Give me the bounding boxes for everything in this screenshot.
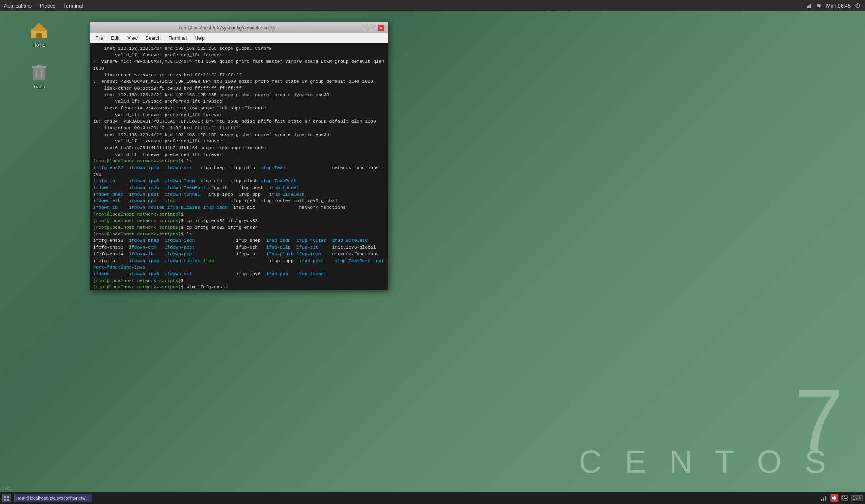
menu-applications[interactable]: Applications	[4, 3, 32, 9]
terminal-output: inet 192.168.122.1/24 brd 192.168.122.25…	[93, 45, 384, 290]
svg-rect-22	[825, 496, 826, 501]
taskbar-right: 1 / 4	[820, 494, 863, 502]
svg-rect-26	[844, 496, 845, 497]
taskbar-network-icon[interactable]	[820, 494, 828, 502]
top-menubar: Applications Places Terminal Mon 06:45	[0, 0, 865, 11]
taskbar-pager[interactable]: 1 / 4	[851, 495, 863, 501]
trash-icon[interactable]: Trash	[23, 62, 55, 90]
power-icon[interactable]	[855, 2, 861, 9]
svg-rect-17	[7, 496, 9, 498]
volume-icon[interactable]	[816, 2, 822, 9]
terminal-menubar: File Edit View Search Terminal Help	[90, 33, 388, 43]
home-icon-image	[29, 20, 49, 41]
svg-marker-3	[817, 3, 820, 8]
svg-rect-20	[821, 499, 822, 501]
svg-rect-30	[846, 498, 847, 499]
close-button[interactable]: ✕	[378, 25, 384, 31]
centos-text-watermark: C E N T O S	[579, 444, 833, 480]
trash-label: Trash	[33, 84, 45, 90]
svg-rect-8	[36, 33, 42, 38]
minimize-button[interactable]: −	[362, 25, 368, 31]
home-label: Home	[33, 42, 45, 48]
svg-rect-28	[842, 498, 843, 499]
svg-rect-21	[823, 498, 824, 501]
menu-edit[interactable]: Edit	[108, 35, 123, 42]
trash-icon-image	[29, 62, 49, 82]
svg-marker-7	[30, 23, 48, 31]
svg-rect-1	[808, 5, 810, 8]
svg-rect-15	[37, 65, 41, 67]
topbar-menus: Applications Places Terminal	[4, 3, 83, 9]
taskbar-bottom-label: 1+G,	[2, 487, 12, 491]
taskbar-terminal-item[interactable]: root@localhost:/etc/sysconfig/netw...	[14, 494, 92, 502]
topbar-right: Mon 06:45	[806, 2, 861, 9]
terminal-titlebar[interactable]: root@localhost:/etc/sysconfig/network-sc…	[90, 22, 388, 33]
taskbar: root@localhost:/etc/sysconfig/netw... 1 …	[0, 492, 865, 504]
svg-rect-29	[844, 498, 846, 499]
window-controls: − □ ✕	[361, 25, 384, 31]
menu-view[interactable]: View	[124, 35, 141, 42]
svg-rect-16	[4, 496, 6, 498]
svg-rect-25	[842, 496, 843, 497]
menu-file[interactable]: File	[92, 35, 106, 42]
maximize-button[interactable]: □	[370, 25, 376, 31]
taskbar-app-icon[interactable]	[2, 494, 11, 502]
svg-marker-23	[832, 496, 835, 500]
svg-rect-0	[807, 6, 808, 8]
menu-terminal[interactable]: Terminal	[166, 35, 190, 42]
menu-help[interactable]: Help	[191, 35, 208, 42]
taskbar-keyboard-icon[interactable]	[841, 494, 849, 502]
network-icon[interactable]	[806, 2, 812, 9]
terminal-window: root@localhost:/etc/sysconfig/network-sc…	[90, 22, 388, 290]
menu-search[interactable]: Search	[142, 35, 164, 42]
menu-places[interactable]: Places	[40, 3, 55, 9]
menu-terminal[interactable]: Terminal	[63, 3, 83, 9]
svg-rect-2	[810, 4, 811, 8]
svg-rect-19	[7, 499, 9, 501]
taskbar-volume-icon[interactable]	[830, 494, 838, 502]
terminal-body[interactable]: inet 192.168.122.1/24 brd 192.168.122.25…	[90, 43, 388, 290]
svg-rect-27	[846, 496, 846, 497]
terminal-title: root@localhost:/etc/sysconfig/network-sc…	[93, 25, 361, 31]
svg-rect-18	[4, 499, 6, 501]
clock: Mon 06:45	[826, 3, 851, 9]
home-icon[interactable]: Home	[23, 20, 55, 48]
